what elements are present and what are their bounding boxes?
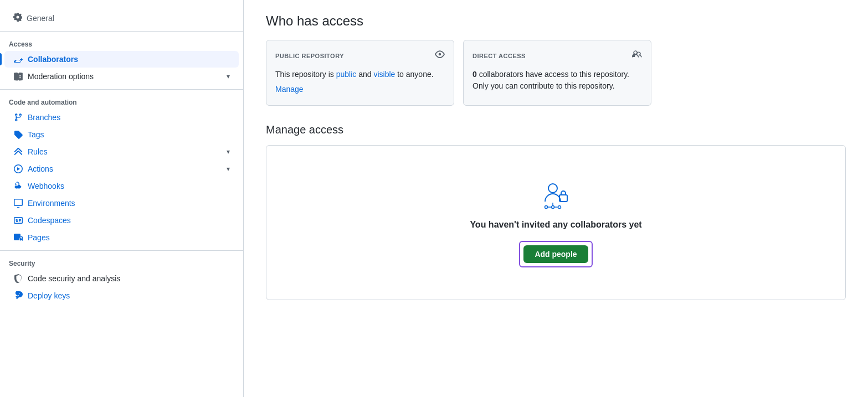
sidebar-general-label: General	[27, 14, 54, 23]
svg-point-0	[548, 184, 557, 193]
sidebar-item-pages[interactable]: Pages	[4, 229, 239, 246]
sidebar-item-codespaces[interactable]: Codespaces	[4, 212, 239, 229]
pages-label: Pages	[28, 233, 230, 242]
actions-chevron-icon: ▾	[227, 165, 230, 173]
rules-label: Rules	[28, 147, 227, 156]
environments-icon	[13, 198, 23, 208]
key-icon	[13, 291, 23, 301]
moderation-icon	[13, 71, 23, 81]
codespaces-icon	[13, 215, 23, 225]
deploy-keys-label: Deploy keys	[28, 291, 230, 300]
add-people-btn-wrapper: Add people	[519, 241, 592, 267]
rules-chevron-icon: ▾	[227, 148, 230, 156]
sidebar-divider-1	[0, 31, 243, 32]
tags-label: Tags	[28, 130, 230, 139]
direct-access-card-header: DIRECT ACCESS	[472, 49, 642, 62]
svg-point-4	[558, 205, 561, 208]
branches-label: Branches	[28, 113, 230, 122]
sidebar-divider-3	[0, 250, 243, 251]
direct-access-label: DIRECT ACCESS	[472, 53, 526, 59]
sidebar-item-rules[interactable]: Rules ▾	[4, 143, 239, 160]
security-section-label: Security	[0, 255, 243, 270]
collaborators-label: Collaborators	[28, 55, 230, 64]
add-people-button[interactable]: Add people	[523, 245, 588, 263]
collab-lock-icon	[541, 178, 572, 211]
webhooks-icon	[13, 181, 23, 191]
sidebar-general-item[interactable]: General	[4, 9, 239, 27]
page-title: Who has access	[266, 13, 846, 29]
people-icon	[632, 49, 642, 62]
svg-point-2	[551, 205, 554, 208]
sidebar: General Access Collaborators Moderation …	[0, 0, 244, 397]
manage-access-box: You haven't invited any collaborators ye…	[266, 145, 846, 300]
svg-point-3	[545, 205, 547, 208]
moderation-label: Moderation options	[28, 72, 227, 81]
sidebar-item-environments[interactable]: Environments	[4, 195, 239, 212]
manage-link[interactable]: Manage	[275, 85, 304, 94]
sidebar-divider-2	[0, 89, 243, 90]
eye-icon	[435, 49, 445, 62]
code-automation-section-label: Code and automation	[0, 94, 243, 109]
public-repo-label: PUBLIC REPOSITORY	[275, 53, 344, 59]
manage-access-title: Manage access	[266, 123, 846, 136]
sidebar-item-branches[interactable]: Branches	[4, 109, 239, 126]
code-security-label: Code security and analysis	[28, 274, 230, 283]
environments-label: Environments	[28, 199, 230, 208]
tag-icon	[13, 130, 23, 140]
no-collab-text: You haven't invited any collaborators ye…	[470, 220, 641, 230]
sidebar-item-tags[interactable]: Tags	[4, 126, 239, 143]
sidebar-item-actions[interactable]: Actions ▾	[4, 161, 239, 177]
sidebar-item-deploy-keys[interactable]: Deploy keys	[4, 287, 239, 304]
codespaces-label: Codespaces	[28, 216, 230, 225]
moderation-chevron-icon: ▾	[227, 73, 230, 80]
actions-icon	[13, 164, 23, 174]
public-repo-card-header: PUBLIC REPOSITORY	[275, 49, 445, 62]
sidebar-item-webhooks[interactable]: Webhooks	[4, 178, 239, 194]
gear-icon	[13, 13, 22, 23]
collab-count: 0	[472, 70, 477, 79]
pages-icon	[13, 233, 23, 243]
access-section-label: Access	[0, 36, 243, 50]
main-content: Who has access PUBLIC REPOSITORY This re…	[244, 0, 868, 397]
sidebar-item-moderation[interactable]: Moderation options ▾	[4, 68, 239, 85]
shield-icon	[13, 274, 23, 283]
person-icon	[13, 54, 23, 64]
rules-icon	[13, 147, 23, 157]
sidebar-item-code-security[interactable]: Code security and analysis	[4, 270, 239, 287]
public-repo-desc: This repository is public and visible to…	[275, 69, 445, 80]
access-cards: PUBLIC REPOSITORY This repository is pub…	[266, 40, 846, 106]
sidebar-item-collaborators[interactable]: Collaborators	[4, 51, 239, 68]
direct-access-card: DIRECT ACCESS 0 collaborators have acces…	[463, 40, 651, 106]
webhooks-label: Webhooks	[28, 182, 230, 190]
public-repo-card: PUBLIC REPOSITORY This repository is pub…	[266, 40, 454, 106]
branch-icon	[13, 112, 23, 122]
direct-access-desc: 0 collaborators have access to this repo…	[472, 69, 642, 92]
actions-label: Actions	[28, 164, 227, 173]
